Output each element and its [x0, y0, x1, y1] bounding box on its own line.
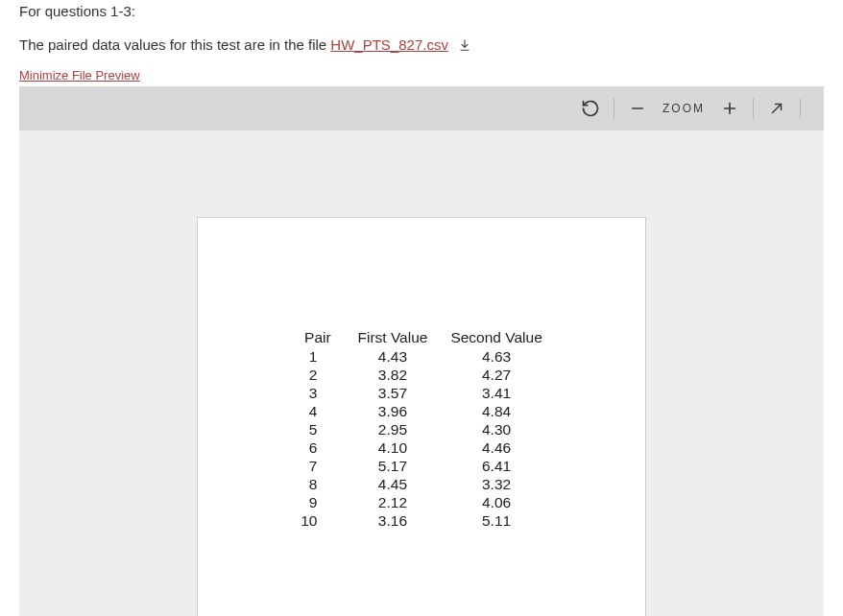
zoom-in-button[interactable] [712, 91, 747, 126]
toolbar-separator [753, 98, 754, 119]
cell-second: 3.32 [439, 476, 553, 494]
toolbar-separator [800, 98, 801, 119]
intro-prefix: The paired data values for this test are… [19, 36, 330, 53]
rotate-icon[interactable] [573, 91, 608, 126]
cell-pair: 6 [289, 439, 346, 458]
svg-line-3 [773, 104, 782, 112]
cell-second: 4.46 [439, 439, 553, 458]
col-header-second: Second Value [439, 329, 553, 348]
download-icon[interactable] [458, 38, 471, 55]
col-header-first: First Value [346, 329, 439, 348]
cell-second: 4.27 [439, 367, 553, 385]
cell-first: 3.57 [346, 385, 439, 403]
preview-toolbar: ZOOM [19, 86, 824, 130]
table-row: 84.453.32 [289, 476, 554, 494]
cell-second: 3.41 [439, 385, 553, 403]
document-page: Pair First Value Second Value 14.434.632… [197, 217, 646, 616]
cell-pair: 8 [289, 476, 346, 494]
table-row: 75.176.41 [289, 458, 554, 476]
cell-pair: 10 [289, 512, 346, 531]
zoom-label: ZOOM [655, 102, 712, 115]
table-row: 14.434.63 [289, 348, 554, 367]
table-row: 92.124.06 [289, 494, 554, 512]
cell-second: 4.84 [439, 403, 553, 421]
cell-first: 4.45 [346, 476, 439, 494]
cell-first: 3.82 [346, 367, 439, 385]
cell-second: 5.11 [439, 512, 553, 531]
cell-first: 2.95 [346, 421, 439, 439]
table-row: 64.104.46 [289, 439, 554, 458]
table-row: 52.954.30 [289, 421, 554, 439]
cell-first: 3.16 [346, 512, 439, 531]
cell-pair: 9 [289, 494, 346, 512]
intro-text-2: The paired data values for this test are… [19, 36, 824, 55]
preview-viewport[interactable]: Pair First Value Second Value 14.434.632… [19, 130, 824, 616]
minimize-file-preview-link[interactable]: Minimize File Preview [19, 68, 140, 83]
cell-second: 4.63 [439, 348, 553, 367]
cell-pair: 2 [289, 367, 346, 385]
table-row: 23.824.27 [289, 367, 554, 385]
data-table: Pair First Value Second Value 14.434.632… [289, 329, 554, 531]
cell-pair: 7 [289, 458, 346, 476]
cell-pair: 1 [289, 348, 346, 367]
cell-first: 3.96 [346, 403, 439, 421]
cell-pair: 3 [289, 385, 346, 403]
cell-pair: 5 [289, 421, 346, 439]
table-row: 43.964.84 [289, 403, 554, 421]
table-row: 33.573.41 [289, 385, 554, 403]
intro-text-1: For questions 1-3: [19, 3, 824, 19]
cell-first: 4.43 [346, 348, 439, 367]
col-header-pair: Pair [289, 329, 346, 348]
cell-second: 6.41 [439, 458, 553, 476]
cell-pair: 4 [289, 403, 346, 421]
cell-second: 4.30 [439, 421, 553, 439]
cell-first: 2.12 [346, 494, 439, 512]
file-link[interactable]: HW_PTS_827.csv [330, 36, 448, 53]
zoom-out-button[interactable] [620, 91, 655, 126]
toolbar-separator [614, 98, 614, 119]
cell-second: 4.06 [439, 494, 553, 512]
cell-first: 5.17 [346, 458, 439, 476]
fullscreen-icon[interactable] [759, 91, 794, 126]
cell-first: 4.10 [346, 439, 439, 458]
file-preview: ZOOM Pair First Value Second Value 14.43… [19, 86, 824, 616]
table-row: 103.165.11 [289, 512, 554, 531]
